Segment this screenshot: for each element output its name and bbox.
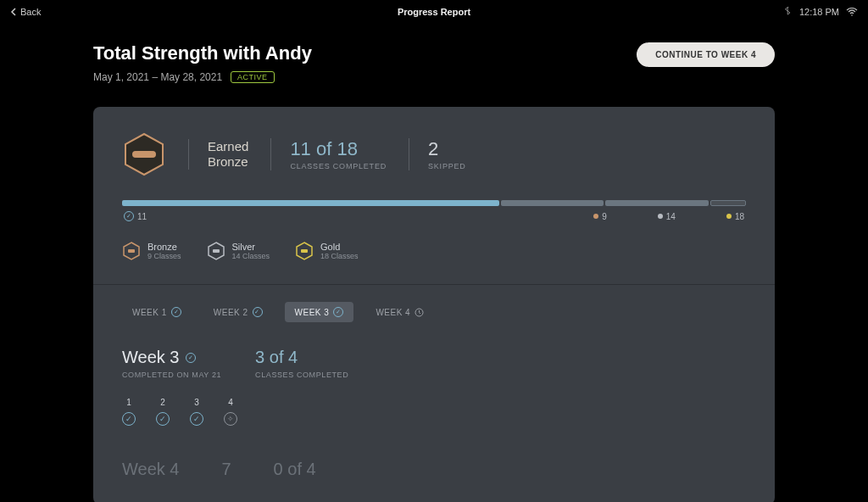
program-title: Total Strength with Andy xyxy=(93,42,312,64)
week-classes-value: 3 of 4 xyxy=(255,348,348,367)
silver-marker: 14 xyxy=(658,211,676,221)
tier-gold: Gold18 Classes xyxy=(295,242,359,260)
tier-name: Bronze xyxy=(147,242,181,252)
class-indicator[interactable]: 2✓ xyxy=(156,398,170,426)
wifi-icon xyxy=(846,8,858,16)
bluetooth-icon xyxy=(784,7,793,17)
tab-label: WEEK 2 xyxy=(214,308,248,317)
tier-req: 18 Classes xyxy=(320,252,359,260)
tab-label: WEEK 3 xyxy=(295,308,330,317)
page-title: Progress Report xyxy=(398,7,470,17)
earned-badge-icon xyxy=(122,132,166,176)
progress-bar: ✓11 9 14 18 xyxy=(122,200,746,221)
check-icon: ✓ xyxy=(333,307,343,317)
hex-icon xyxy=(122,242,141,260)
bronze-marker: 9 xyxy=(593,211,607,221)
class-number: 4 xyxy=(228,398,233,407)
tier-req: 14 Classes xyxy=(232,252,270,260)
hex-icon xyxy=(295,242,314,260)
svg-rect-8 xyxy=(213,249,220,253)
svg-point-3 xyxy=(132,151,139,158)
earned-line2: Bronze xyxy=(208,154,248,170)
tab-week-3[interactable]: WEEK 3✓ xyxy=(285,302,354,322)
clock-time: 12:18 PM xyxy=(799,7,839,17)
tier-req: 9 Classes xyxy=(147,252,181,260)
class-number: 3 xyxy=(194,398,199,407)
tab-label: WEEK 4 xyxy=(376,308,410,317)
tier-bronze: Bronze9 Classes xyxy=(122,242,181,260)
svg-point-4 xyxy=(149,151,156,158)
week4-days: 7 xyxy=(221,460,231,479)
progress-card: Earned Bronze 11 of 18 CLASSES COMPLETED… xyxy=(93,107,775,502)
week-completed-on: COMPLETED ON MAY 21 xyxy=(122,371,221,379)
status-badge: ACTIVE xyxy=(231,71,275,83)
class-number: 2 xyxy=(160,398,165,407)
gold-marker: 18 xyxy=(726,211,744,221)
class-number: 1 xyxy=(126,398,131,407)
class-indicator[interactable]: 1✓ xyxy=(122,398,136,426)
week4-title: Week 4 xyxy=(122,460,179,479)
tab-label: WEEK 1 xyxy=(132,308,167,317)
skipped-label: SKIPPED xyxy=(428,162,466,170)
earned-line1: Earned xyxy=(208,139,248,154)
tab-week-4[interactable]: WEEK 4 xyxy=(365,302,434,322)
continue-button[interactable]: CONTINUE TO WEEK 4 xyxy=(637,42,775,67)
chevron-left-icon xyxy=(10,8,17,16)
tier-name: Silver xyxy=(232,242,270,252)
svg-point-0 xyxy=(851,14,853,16)
week-detail-title: Week 3 ✓ xyxy=(122,348,221,367)
date-range: May 1, 2021 – May 28, 2021 xyxy=(93,71,222,83)
svg-rect-6 xyxy=(128,249,135,253)
check-icon: ✓ xyxy=(122,412,136,426)
classes-completed-value: 11 of 18 xyxy=(290,138,387,160)
clock-icon xyxy=(415,308,424,317)
tier-silver: Silver14 Classes xyxy=(207,242,270,260)
check-icon: ✓ xyxy=(190,412,203,426)
svg-rect-10 xyxy=(301,249,308,253)
check-icon: ✓ xyxy=(156,412,170,426)
tab-week-1[interactable]: WEEK 1✓ xyxy=(122,302,192,322)
week4-classes: 0 of 4 xyxy=(274,460,316,479)
tab-week-2[interactable]: WEEK 2✓ xyxy=(203,302,273,322)
tier-name: Gold xyxy=(320,242,359,252)
class-indicator[interactable]: 3✓ xyxy=(190,398,203,426)
back-label: Back xyxy=(20,7,41,17)
back-button[interactable]: Back xyxy=(10,7,41,17)
hex-icon xyxy=(207,242,225,260)
week-classes-label: CLASSES COMPLETED xyxy=(255,371,348,379)
skipped-value: 2 xyxy=(428,138,466,160)
check-icon: ✓ xyxy=(171,307,181,317)
classes-completed-label: CLASSES COMPLETED xyxy=(290,162,387,170)
current-marker: ✓11 xyxy=(124,211,147,221)
class-indicator[interactable]: 4✧ xyxy=(224,398,237,426)
check-icon: ✓ xyxy=(186,353,196,363)
ring-icon: ✧ xyxy=(224,412,237,426)
check-icon: ✓ xyxy=(253,307,263,317)
